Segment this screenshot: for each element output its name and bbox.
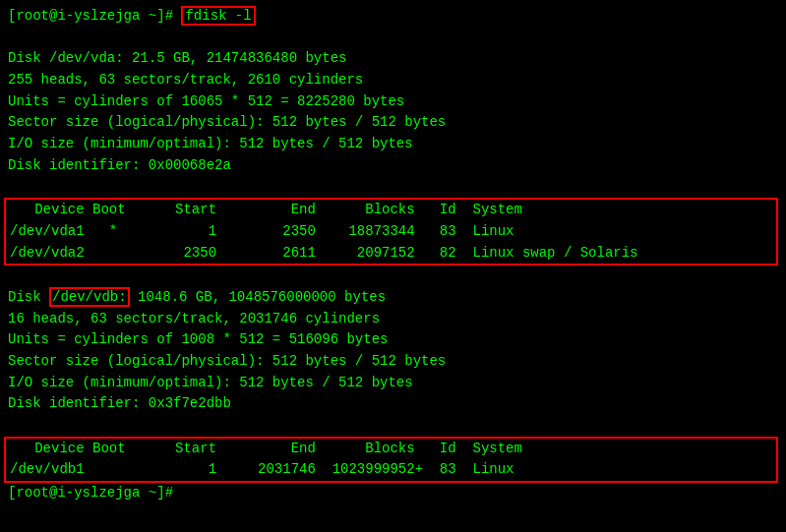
disk1-line6: Disk identifier: 0x00068e2a	[8, 155, 778, 177]
disk2-dev: /dev/vdb:	[52, 289, 127, 305]
disk2-dev-highlight: /dev/vdb:	[49, 287, 130, 307]
disk1-line5: I/O size (minimum/optimal): 512 bytes / …	[8, 134, 778, 155]
table2-header: Device Boot Start End Blocks Id System	[10, 439, 772, 460]
empty-line-3	[8, 266, 778, 287]
table2-row1: /dev/vdb1 1 2031746 1023999952+ 83 Linux	[10, 459, 772, 481]
terminal-window: [root@i-yslzejga ~]# fdisk -l Disk /dev/…	[8, 6, 778, 526]
command-highlight: fdisk -l	[181, 6, 255, 26]
disk2-line6: Disk identifier: 0x3f7e2dbb	[8, 393, 778, 415]
disk2-prefix: Disk	[8, 289, 49, 305]
table1-header: Device Boot Start End Blocks Id System	[10, 200, 772, 221]
disk1-line4: Sector size (logical/physical): 512 byte…	[8, 112, 778, 134]
empty-line-1	[8, 28, 778, 49]
disk2-line1: Disk /dev/vdb: 1048.6 GB, 1048576000000 …	[8, 287, 778, 309]
table1-row2: /dev/vda2 2350 2611 2097152 82 Linux swa…	[10, 243, 772, 265]
disk2-line4: Sector size (logical/physical): 512 byte…	[8, 351, 778, 373]
disk2-table: Device Boot Start End Blocks Id System /…	[4, 437, 778, 483]
disk1-line1: Disk /dev/vda: 21.5 GB, 21474836480 byte…	[8, 48, 778, 70]
prompt-line-2: [root@i-yslzejga ~]#	[8, 483, 778, 504]
disk2-line2: 16 heads, 63 sectors/track, 2031746 cyli…	[8, 309, 778, 330]
empty-line-2	[8, 177, 778, 199]
prompt-line-1: [root@i-yslzejga ~]# fdisk -l	[8, 6, 778, 28]
disk1-table: Device Boot Start End Blocks Id System /…	[4, 198, 778, 266]
prompt-text-1: [root@i-yslzejga ~]#	[8, 8, 181, 24]
disk1-line2: 255 heads, 63 sectors/track, 2610 cylind…	[8, 70, 778, 91]
table1-row1: /dev/vda1 * 1 2350 18873344 83 Linux	[10, 221, 772, 243]
disk2-line3: Units = cylinders of 1008 * 512 = 516096…	[8, 329, 778, 351]
disk2-suffix: 1048.6 GB, 1048576000000 bytes	[130, 289, 386, 305]
disk1-line3: Units = cylinders of 16065 * 512 = 82252…	[8, 91, 778, 113]
disk2-line5: I/O size (minimum/optimal): 512 bytes / …	[8, 373, 778, 394]
command-text: fdisk -l	[185, 8, 251, 24]
empty-line-4	[8, 415, 778, 437]
